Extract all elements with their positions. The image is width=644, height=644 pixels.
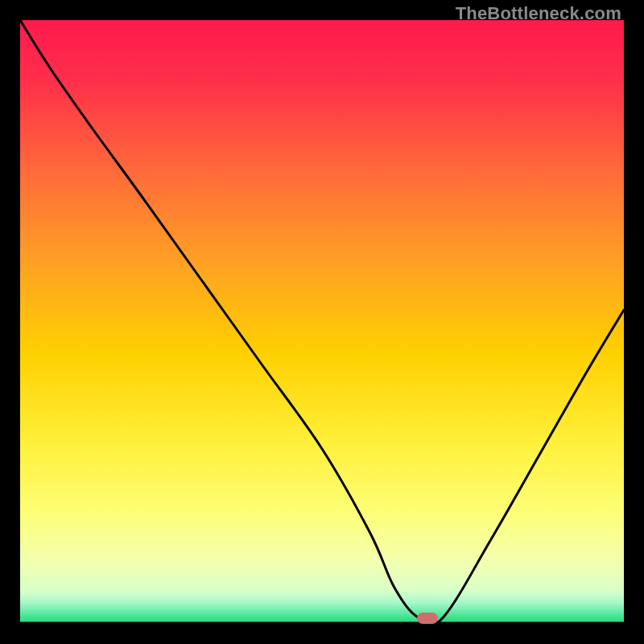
chart-svg [20,20,624,624]
bottleneck-curve [20,20,624,625]
chart-container: TheBottleneck.com [0,0,644,644]
optimum-marker [417,613,438,624]
